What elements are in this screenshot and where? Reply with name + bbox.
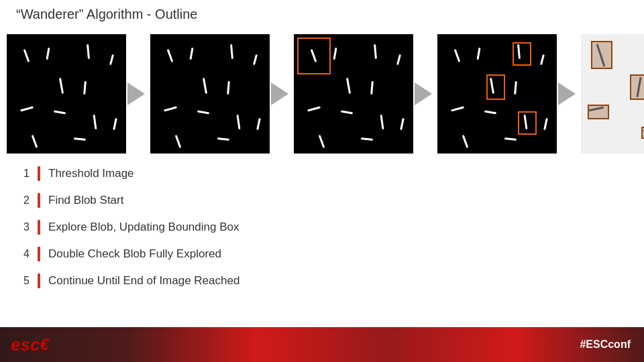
footer-hashtag: #ESCconf [580, 339, 631, 351]
step-item-3: 3 Explore Blob, Updating Bounding Box [16, 220, 628, 235]
logo-char-c: c [30, 336, 40, 353]
threshold-image [7, 34, 126, 154]
algo-step-image-5 [581, 34, 644, 154]
steps-list: 1 Threshold Image 2 Find Blob Start 3 Ex… [16, 166, 628, 300]
arrow-1 [125, 77, 152, 111]
footer: e s c € #ESCconf [0, 327, 644, 362]
algo-step-image-2 [150, 34, 270, 154]
step-label-1: Threshold Image [48, 167, 134, 180]
svg-marker-0 [127, 82, 145, 105]
step-bar-2 [38, 193, 40, 208]
svg-marker-2 [415, 82, 432, 105]
arrow-3 [412, 77, 439, 111]
step-number-4: 4 [16, 248, 30, 260]
algo-step-image-3 [294, 34, 413, 154]
arrow-4 [555, 77, 582, 111]
logo-char-e: e [11, 336, 20, 353]
svg-marker-3 [558, 82, 576, 105]
step-item-2: 2 Find Blob Start [16, 193, 628, 208]
step-number-1: 1 [16, 168, 30, 180]
step-label-4: Double Check Blob Fully Explored [48, 247, 221, 261]
step-label-2: Find Blob Start [48, 194, 123, 207]
footer-logo: e s c € [11, 336, 49, 353]
find-blob-image [150, 34, 270, 154]
logo-char-euro: € [40, 337, 48, 353]
algo-step-image-4 [437, 34, 557, 154]
title-suffix: Algorithm - Outline [83, 7, 197, 21]
step-number-2: 2 [16, 194, 30, 206]
continue-image [581, 34, 644, 154]
step-item-1: 1 Threshold Image [16, 166, 628, 181]
algo-step-image-1 [7, 34, 126, 154]
step-bar-4 [38, 247, 40, 261]
step-bar-1 [38, 166, 40, 181]
algorithm-image-strip [7, 28, 637, 159]
step-bar-5 [38, 274, 40, 288]
step-label-5: Continue Until End of Image Reached [48, 274, 239, 288]
page-title: “Wanderer” Algorithm - Outline [16, 7, 197, 22]
step-number-5: 5 [16, 275, 30, 287]
arrow-2 [268, 77, 295, 111]
logo-char-s: s [20, 336, 30, 353]
title-prefix: “Wanderer” [16, 7, 83, 21]
step-number-3: 3 [16, 221, 30, 233]
step-bar-3 [38, 220, 40, 235]
step-item-5: 5 Continue Until End of Image Reached [16, 274, 628, 288]
double-check-image [437, 34, 557, 154]
step-label-3: Explore Blob, Updating Bounding Box [48, 221, 239, 234]
explore-blob-image [294, 34, 413, 154]
svg-marker-1 [271, 82, 288, 105]
step-item-4: 4 Double Check Blob Fully Explored [16, 247, 628, 261]
